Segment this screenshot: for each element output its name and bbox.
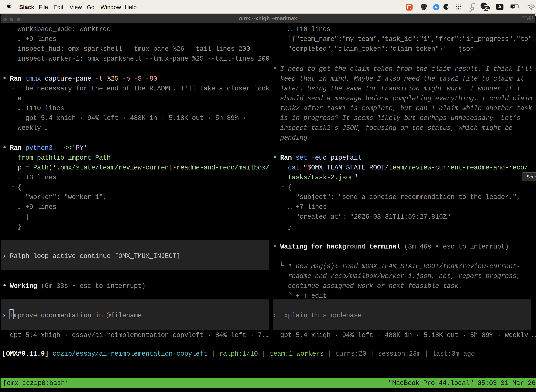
svg-text:A: A <box>498 4 502 9</box>
svg-text:..61: ..61 <box>483 6 489 10</box>
svg-text:1: 1 <box>531 15 534 20</box>
